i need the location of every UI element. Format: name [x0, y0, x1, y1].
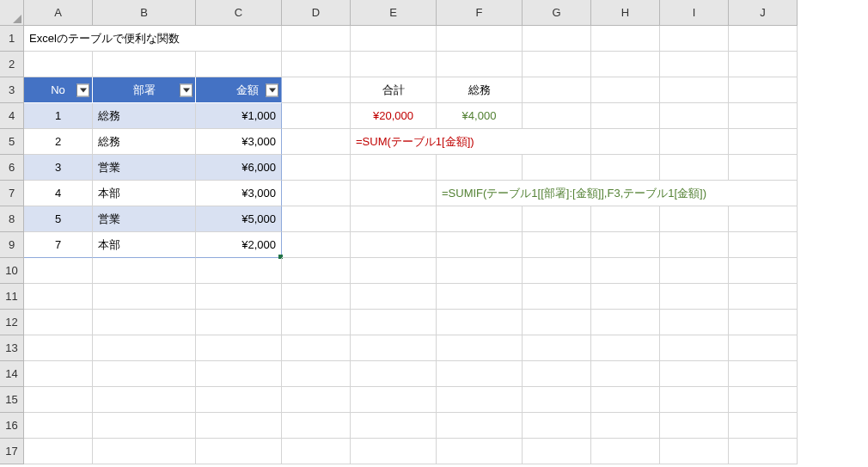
table-row[interactable]: 総務	[93, 103, 196, 129]
cell[interactable]	[282, 258, 351, 284]
cell[interactable]	[660, 439, 729, 464]
cell-D4[interactable]	[282, 103, 351, 129]
cell[interactable]	[24, 310, 93, 335]
row-header-15[interactable]: 15	[0, 387, 24, 413]
cell-H6[interactable]	[591, 155, 660, 181]
cell[interactable]	[196, 361, 282, 387]
cell-F4-soumu-value[interactable]: ¥4,000	[437, 103, 523, 129]
cell-G1[interactable]	[523, 26, 591, 52]
cell-D9[interactable]	[282, 232, 351, 258]
row-header-7[interactable]: 7	[0, 181, 24, 206]
table-header-no[interactable]: No	[24, 77, 93, 103]
cell-H2[interactable]	[591, 52, 660, 77]
table-row[interactable]: ¥2,000	[196, 232, 282, 258]
cell[interactable]	[523, 310, 591, 335]
col-header-C[interactable]: C	[196, 0, 282, 26]
row-header-11[interactable]: 11	[0, 284, 24, 310]
table-row[interactable]: ¥3,000	[196, 129, 282, 155]
cell[interactable]	[196, 439, 282, 464]
cell[interactable]	[351, 284, 437, 310]
cell-J8[interactable]	[729, 206, 798, 232]
cell-E4-total-value[interactable]: ¥20,000	[351, 103, 437, 129]
cell-E5-sum-formula[interactable]: =SUM(テーブル1[金額])	[351, 129, 591, 155]
cell-F3-soumu-label[interactable]: 総務	[437, 77, 523, 103]
table-row[interactable]: ¥5,000	[196, 206, 282, 232]
cell[interactable]	[437, 361, 523, 387]
table-row[interactable]: 営業	[93, 155, 196, 181]
cell-H5[interactable]	[591, 129, 660, 155]
table-row[interactable]: ¥6,000	[196, 155, 282, 181]
select-all-corner[interactable]	[0, 0, 24, 26]
cell[interactable]	[351, 387, 437, 413]
cell[interactable]	[660, 335, 729, 361]
cell[interactable]	[523, 258, 591, 284]
cell-F6[interactable]	[437, 155, 523, 181]
cell[interactable]	[523, 284, 591, 310]
cell-G2[interactable]	[523, 52, 591, 77]
cell[interactable]	[24, 258, 93, 284]
cell-F7-sumif-formula[interactable]: =SUMIF(テーブル1[[部署]:[金額]],F3,テーブル1[金額])	[437, 181, 798, 206]
table-row[interactable]: 1	[24, 103, 93, 129]
cell[interactable]	[196, 310, 282, 335]
cell-I9[interactable]	[660, 232, 729, 258]
cell[interactable]	[660, 387, 729, 413]
cell[interactable]	[351, 335, 437, 361]
cell[interactable]	[282, 310, 351, 335]
row-header-6[interactable]: 6	[0, 155, 24, 181]
table-header-amount[interactable]: 金額	[196, 77, 282, 103]
row-header-14[interactable]: 14	[0, 361, 24, 387]
cell-J4[interactable]	[729, 103, 798, 129]
cell[interactable]	[93, 361, 196, 387]
cell[interactable]	[24, 413, 93, 439]
cell-J9[interactable]	[729, 232, 798, 258]
col-header-A[interactable]: A	[24, 0, 93, 26]
row-header-5[interactable]: 5	[0, 129, 24, 155]
cell-H3[interactable]	[591, 77, 660, 103]
cell[interactable]	[437, 413, 523, 439]
cell[interactable]	[523, 439, 591, 464]
row-header-16[interactable]: 16	[0, 413, 24, 439]
cell-E1[interactable]	[351, 26, 437, 52]
cell-F8[interactable]	[437, 206, 523, 232]
cell[interactable]	[729, 387, 798, 413]
row-header-3[interactable]: 3	[0, 77, 24, 103]
cell[interactable]	[282, 413, 351, 439]
cell-I6[interactable]	[660, 155, 729, 181]
cell[interactable]	[591, 335, 660, 361]
cell[interactable]	[660, 284, 729, 310]
cell-A1-title[interactable]: Excelのテーブルで便利な関数	[24, 26, 282, 52]
cell-D7[interactable]	[282, 181, 351, 206]
cell-J5[interactable]	[729, 129, 798, 155]
cell-I4[interactable]	[660, 103, 729, 129]
row-header-10[interactable]: 10	[0, 258, 24, 284]
table-row[interactable]: 3	[24, 155, 93, 181]
filter-icon[interactable]	[76, 83, 89, 96]
row-header-4[interactable]: 4	[0, 103, 24, 129]
row-header-1[interactable]: 1	[0, 26, 24, 52]
row-header-9[interactable]: 9	[0, 232, 24, 258]
table-row[interactable]: 7	[24, 232, 93, 258]
cell-I5[interactable]	[660, 129, 729, 155]
cell[interactable]	[282, 284, 351, 310]
table-row[interactable]: 総務	[93, 129, 196, 155]
cell-H9[interactable]	[591, 232, 660, 258]
table-row[interactable]: 2	[24, 129, 93, 155]
cell-D2[interactable]	[282, 52, 351, 77]
cell[interactable]	[591, 361, 660, 387]
cell[interactable]	[93, 284, 196, 310]
cell-I1[interactable]	[660, 26, 729, 52]
cell-E6[interactable]	[351, 155, 437, 181]
col-header-G[interactable]: G	[523, 0, 591, 26]
col-header-I[interactable]: I	[660, 0, 729, 26]
cell-G6[interactable]	[523, 155, 591, 181]
cell-E3-total-label[interactable]: 合計	[351, 77, 437, 103]
cell[interactable]	[660, 310, 729, 335]
cell-E7[interactable]	[351, 181, 437, 206]
col-header-E[interactable]: E	[351, 0, 437, 26]
cell-E8[interactable]	[351, 206, 437, 232]
cell-E2[interactable]	[351, 52, 437, 77]
cell[interactable]	[282, 335, 351, 361]
col-header-D[interactable]: D	[282, 0, 351, 26]
cell[interactable]	[196, 284, 282, 310]
cell[interactable]	[24, 284, 93, 310]
